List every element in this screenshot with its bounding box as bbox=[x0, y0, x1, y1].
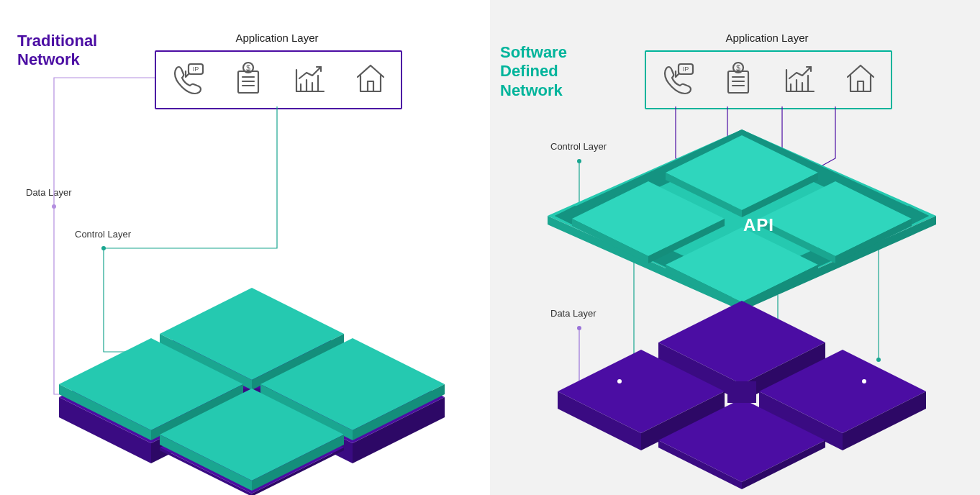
stacked-blocks bbox=[43, 266, 460, 495]
title-line: Traditional bbox=[17, 32, 97, 50]
sdn-title: Software Defined Network bbox=[500, 43, 567, 100]
data-layer-label: Data Layer bbox=[26, 187, 72, 198]
app-layer-box: IP $ bbox=[645, 50, 892, 109]
title-line: Network bbox=[17, 50, 80, 68]
svg-marker-101 bbox=[727, 381, 756, 403]
svg-point-103 bbox=[862, 379, 866, 383]
house-icon bbox=[842, 60, 879, 100]
voip-phone-icon: IP bbox=[658, 60, 696, 100]
app-layer-box: IP $ bbox=[155, 50, 402, 109]
analytics-chart-icon bbox=[781, 60, 818, 100]
svg-text:$: $ bbox=[736, 64, 740, 72]
dollar-doc-icon: $ bbox=[720, 60, 757, 100]
svg-point-102 bbox=[617, 379, 622, 383]
svg-text:IP: IP bbox=[682, 65, 689, 73]
title-line: Software bbox=[500, 43, 567, 61]
api-label: API bbox=[743, 215, 774, 235]
svg-point-15 bbox=[101, 246, 106, 250]
traditional-title: Traditional Network bbox=[17, 32, 97, 70]
analytics-chart-icon bbox=[291, 60, 328, 100]
svg-rect-14 bbox=[368, 81, 373, 91]
title-line: Network bbox=[500, 81, 563, 99]
app-layer-label: Application Layer bbox=[155, 32, 399, 44]
data-blocks bbox=[533, 288, 950, 489]
svg-point-17 bbox=[52, 204, 56, 209]
house-icon bbox=[352, 60, 389, 100]
svg-text:IP: IP bbox=[192, 65, 199, 73]
voip-phone-icon: IP bbox=[168, 60, 206, 100]
control-layer-label: Control Layer bbox=[75, 229, 131, 240]
app-layer-label: Application Layer bbox=[645, 32, 889, 44]
svg-rect-58 bbox=[858, 81, 863, 91]
dollar-doc-icon: $ bbox=[230, 60, 267, 100]
title-line: Defined bbox=[500, 62, 558, 80]
traditional-network-panel: Traditional Network Application Layer IP… bbox=[0, 0, 490, 495]
control-plate bbox=[533, 122, 950, 309]
svg-text:$: $ bbox=[246, 64, 250, 72]
sdn-panel: Software Defined Network Application Lay… bbox=[490, 0, 980, 495]
